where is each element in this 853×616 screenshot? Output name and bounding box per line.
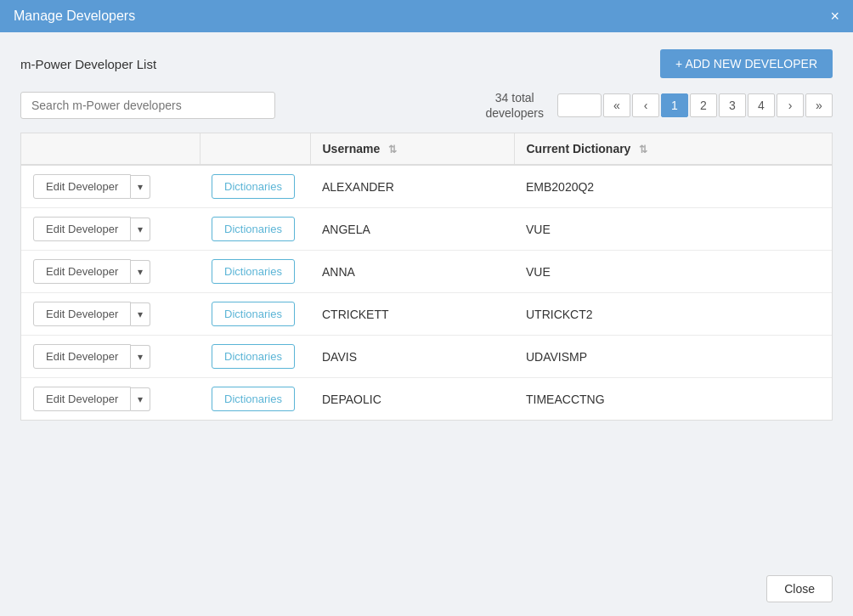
edit-developer-button-4[interactable]: Edit Developer [33,344,131,369]
col-header-dictionary[interactable]: Current Dictionary ⇅ [514,133,832,165]
col-header-username[interactable]: Username ⇅ [310,133,514,165]
edit-dropdown-button-3[interactable]: ▾ [131,302,150,326]
modal-title: Manage Developers [14,8,135,24]
edit-dropdown-button-2[interactable]: ▾ [131,260,150,284]
cell-edit-5: Edit Developer ▾ [21,378,200,421]
modal-close-button[interactable]: × [830,8,839,24]
cell-edit-0: Edit Developer ▾ [21,165,200,208]
cell-edit-1: Edit Developer ▾ [21,208,200,251]
page-3-button[interactable]: 3 [719,93,746,117]
table-row: Edit Developer ▾ Dictionaries ANGELA VUE [21,208,832,251]
cell-dict-5: Dictionaries [200,378,310,421]
page-1-button[interactable]: 1 [661,93,688,117]
table-row: Edit Developer ▾ Dictionaries DEPAOLIC T… [21,378,832,421]
developers-table: Username ⇅ Current Dictionary ⇅ Edi [21,133,832,420]
cell-dict-1: Dictionaries [200,208,310,251]
table-row: Edit Developer ▾ Dictionaries CTRICKETT … [21,293,832,336]
cell-username-5: DEPAOLIC [310,378,514,421]
page-next-button[interactable]: › [777,93,804,117]
cell-edit-4: Edit Developer ▾ [21,336,200,378]
dictionaries-button-3[interactable]: Dictionaries [212,302,295,326]
table-body: Edit Developer ▾ Dictionaries ALEXANDER … [21,165,832,420]
dictionaries-button-4[interactable]: Dictionaries [212,344,295,369]
edit-dropdown-button-5[interactable]: ▾ [131,387,150,411]
page-prev-button[interactable]: ‹ [632,93,659,117]
dictionaries-button-0[interactable]: Dictionaries [212,174,295,199]
table-header-row: Username ⇅ Current Dictionary ⇅ [21,133,832,165]
search-input[interactable] [20,92,275,119]
search-pagination-bar: 34 total developers 10 « ‹ 1 2 3 4 › » [20,90,833,121]
dictionary-sort-icon: ⇅ [639,144,647,155]
page-size-input[interactable]: 10 [557,93,602,117]
page-2-button[interactable]: 2 [690,93,717,117]
pagination: 10 « ‹ 1 2 3 4 › » [557,93,833,117]
edit-developer-button-1[interactable]: Edit Developer [33,217,131,241]
cell-dictionary-2: VUE [514,251,832,293]
developers-table-container: Username ⇅ Current Dictionary ⇅ Edi [20,133,833,421]
table-row: Edit Developer ▾ Dictionaries DAVIS UDAV… [21,336,832,378]
col-header-actions1 [21,133,200,165]
dictionaries-button-1[interactable]: Dictionaries [212,217,295,241]
cell-dictionary-4: UDAVISMP [514,336,832,378]
cell-username-1: ANGELA [310,208,514,251]
edit-btn-group-2: Edit Developer ▾ [33,259,188,284]
cell-dict-0: Dictionaries [200,165,310,208]
table-scroll-area[interactable]: Username ⇅ Current Dictionary ⇅ Edi [21,133,832,420]
edit-btn-group-4: Edit Developer ▾ [33,344,188,369]
edit-developer-button-2[interactable]: Edit Developer [33,259,131,284]
cell-dictionary-0: EMB2020Q2 [514,165,832,208]
page-4-button[interactable]: 4 [748,93,775,117]
table-row: Edit Developer ▾ Dictionaries ANNA VUE [21,251,832,293]
modal-body: m-Power Developer List + ADD NEW DEVELOP… [0,32,853,567]
col-header-actions2 [200,133,310,165]
edit-btn-group-1: Edit Developer ▾ [33,217,188,241]
edit-btn-group-3: Edit Developer ▾ [33,302,188,326]
edit-developer-button-5[interactable]: Edit Developer [33,387,131,411]
list-label: m-Power Developer List [20,57,156,71]
edit-dropdown-button-0[interactable]: ▾ [131,175,150,199]
edit-btn-group-5: Edit Developer ▾ [33,387,188,411]
page-first-button[interactable]: « [603,93,630,117]
cell-dict-2: Dictionaries [200,251,310,293]
page-last-button[interactable]: » [805,93,833,117]
username-sort-icon: ⇅ [388,144,397,155]
table-row: Edit Developer ▾ Dictionaries ALEXANDER … [21,165,832,208]
edit-developer-button-3[interactable]: Edit Developer [33,302,131,326]
cell-username-2: ANNA [310,251,514,293]
dictionaries-button-5[interactable]: Dictionaries [212,387,295,411]
edit-dropdown-button-1[interactable]: ▾ [131,218,150,241]
modal-header: Manage Developers × [0,0,853,32]
cell-dictionary-1: VUE [514,208,832,251]
add-new-developer-button[interactable]: + ADD NEW DEVELOPER [660,49,833,78]
edit-btn-group-0: Edit Developer ▾ [33,174,188,199]
cell-edit-2: Edit Developer ▾ [21,251,200,293]
cell-dictionary-5: TIMEACCTNG [514,378,832,421]
manage-developers-modal: Manage Developers × m-Power Developer Li… [0,0,853,616]
cell-username-4: DAVIS [310,336,514,378]
close-button[interactable]: Close [766,575,833,602]
top-bar: m-Power Developer List + ADD NEW DEVELOP… [20,49,833,78]
cell-username-3: CTRICKETT [310,293,514,336]
cell-dictionary-3: UTRICKCT2 [514,293,832,336]
modal-footer: Close [0,567,853,616]
cell-dict-3: Dictionaries [200,293,310,336]
total-label: 34 total developers [486,90,545,121]
edit-developer-button-0[interactable]: Edit Developer [33,174,131,199]
cell-edit-3: Edit Developer ▾ [21,293,200,336]
cell-dict-4: Dictionaries [200,336,310,378]
cell-username-0: ALEXANDER [310,165,514,208]
dictionaries-button-2[interactable]: Dictionaries [212,259,295,284]
edit-dropdown-button-4[interactable]: ▾ [131,345,150,369]
